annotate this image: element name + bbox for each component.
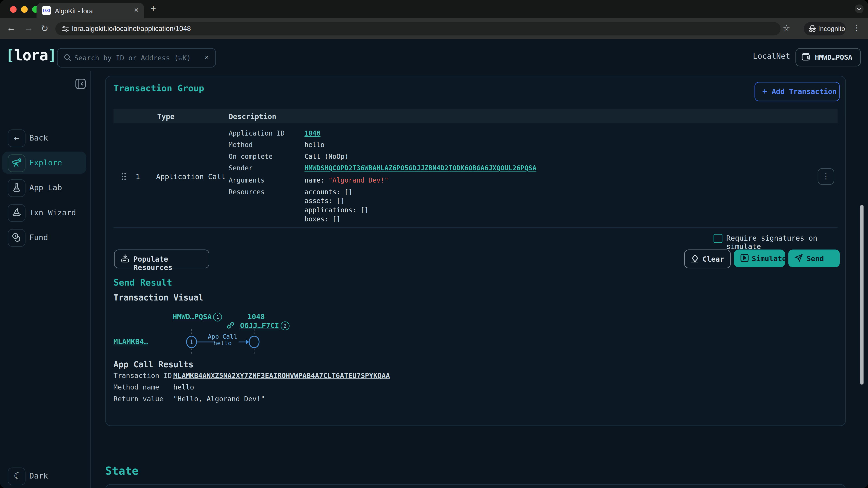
transaction-visual-title: Transaction Visual: [114, 293, 204, 303]
transaction-row[interactable]: 1 Application Call Application ID 1048 M…: [114, 123, 837, 228]
method-name-value: hello: [174, 383, 194, 391]
populate-resources-button[interactable]: Populate Resources: [114, 250, 209, 268]
incognito-badge: Incognito: [804, 22, 846, 35]
require-signatures-label: Require signatures on simulate: [726, 234, 840, 251]
sidebar-collapse-icon[interactable]: [75, 78, 86, 89]
telescope-icon: [11, 158, 22, 168]
sidebar-item-app-lab[interactable]: App Lab: [0, 179, 90, 201]
send-result-title: Send Result: [114, 277, 172, 288]
bookmark-star-icon[interactable]: ☆: [783, 23, 790, 33]
search-clear-icon[interactable]: ✕: [205, 53, 209, 61]
tab-title: AlgoKit - lora: [55, 7, 93, 15]
on-complete-label: On complete: [228, 153, 273, 160]
browser-titlebar: [ak] AlgoKit - lora ✕ +: [0, 0, 868, 18]
method-value: hello: [305, 141, 324, 149]
row-menu-button[interactable]: ⋮: [817, 168, 834, 185]
graph-sender-link[interactable]: HMWD…PQSA1: [173, 311, 222, 322]
resources-label: Resources: [228, 188, 265, 196]
wizard-hat-icon: [11, 207, 22, 217]
traffic-light-minimize[interactable]: [21, 6, 28, 13]
resources-applications: applications: []: [305, 206, 368, 214]
sender-link[interactable]: HMWDSHQCOPD2T36WBAHLAZ6PO5GDJJZBN4D2TODK…: [305, 164, 536, 172]
row-index: 1: [135, 173, 140, 181]
url-bar[interactable]: lora.algokit.io/localnet/application/104…: [55, 22, 780, 35]
incognito-icon: [808, 25, 817, 33]
back-icon[interactable]: ←: [6, 23, 16, 33]
method-name-label: Method name: [114, 383, 159, 391]
graph-edge-label: App Call hello: [200, 334, 245, 346]
wallet-icon: [802, 53, 811, 61]
require-signatures-checkbox[interactable]: [714, 234, 722, 243]
flask-icon: [11, 183, 22, 193]
return-value-label: Return value: [114, 394, 163, 403]
clear-button[interactable]: Clear: [684, 250, 731, 268]
resources-boxes: boxes: []: [305, 215, 340, 223]
send-button[interactable]: Send: [788, 250, 840, 267]
browser-menu-icon[interactable]: ⋮: [852, 23, 861, 33]
simulate-button[interactable]: Simulate: [734, 250, 785, 267]
application-id-link[interactable]: 1048: [305, 129, 320, 137]
app-call-results-title: App Call Results: [114, 360, 193, 369]
wallet-address: HMWD…PQSA: [815, 53, 852, 61]
transaction-group-card: Transaction Group + Add Transaction Type…: [105, 76, 846, 426]
sidebar-item-fund[interactable]: Fund: [0, 229, 90, 251]
add-transaction-button[interactable]: + Add Transaction: [754, 82, 840, 101]
site-favicon-icon: [ak]: [42, 6, 51, 15]
sender-label: Sender: [228, 164, 252, 172]
graph-txn-link[interactable]: MLAMKB4…: [114, 337, 148, 346]
state-tabbar: Global Box: [106, 485, 844, 488]
browser-tab[interactable]: [ak] AlgoKit - lora ✕: [37, 3, 144, 18]
search-icon: [64, 54, 71, 61]
graph-group-link[interactable]: O6JJ…F7CI2: [227, 320, 289, 330]
transaction-id-label: Transaction ID: [114, 371, 172, 380]
transaction-id-link[interactable]: MLAMKB4ANXZ5NA2XY7ZNF3EAIROHVWPAB4A7CLT6…: [174, 371, 390, 380]
traffic-light-close[interactable]: [10, 6, 17, 13]
new-tab-button[interactable]: +: [151, 3, 156, 14]
application-id-label: Application ID: [228, 129, 285, 137]
eraser-icon: [691, 254, 699, 263]
graph-node-number: 1: [190, 339, 193, 346]
sidebar: ← Back Explore App Lab: [0, 71, 91, 488]
resources-accounts: accounts: []: [305, 188, 352, 196]
browser-toolbar: ← → ↻ lora.algokit.io/localnet/applicati…: [0, 18, 868, 39]
state-title: State: [105, 464, 138, 478]
arrow-left-icon: ←: [14, 132, 20, 143]
wallet-button[interactable]: HMWD…PQSA: [796, 48, 861, 66]
reload-icon[interactable]: ↻: [41, 23, 49, 34]
link-icon: [227, 322, 235, 329]
forward-icon[interactable]: →: [24, 23, 33, 33]
url-text: lora.algokit.io/localnet/application/104…: [72, 25, 191, 33]
kebab-icon: ⋮: [822, 171, 830, 180]
lora-logo[interactable]: [lora]: [5, 46, 56, 64]
play-square-icon: [740, 254, 749, 262]
download-tray-icon: [121, 254, 129, 263]
moon-icon: ☾: [14, 470, 20, 482]
state-card: Global Box Key Type Value: [105, 484, 846, 488]
transaction-group-title: Transaction Group: [114, 83, 204, 94]
sidebar-item-dark[interactable]: ☾ Dark: [0, 467, 90, 488]
main-content: Transaction Group + Add Transaction Type…: [91, 71, 868, 488]
tab-search-icon[interactable]: [855, 4, 864, 13]
badge-2: 2: [281, 322, 289, 330]
search-input[interactable]: Search by ID or Address (⌘K) ✕: [57, 48, 216, 68]
incognito-label: Incognito: [818, 25, 845, 33]
site-settings-icon[interactable]: [61, 25, 69, 33]
resources-assets: assets: []: [305, 197, 344, 205]
method-label: Method: [228, 141, 252, 149]
sidebar-item-back[interactable]: ← Back: [0, 129, 90, 152]
tab-close-icon[interactable]: ✕: [134, 6, 139, 14]
send-plane-icon: [794, 254, 803, 262]
lora-app: [lora] Search by ID or Address (⌘K) ✕ Lo…: [0, 39, 868, 488]
drag-handle-icon[interactable]: [121, 173, 126, 180]
sidebar-item-explore[interactable]: Explore: [0, 154, 90, 176]
network-label[interactable]: LocalNet: [753, 52, 790, 60]
arguments-label: Arguments: [228, 176, 265, 184]
row-type: Application Call: [156, 173, 225, 181]
transaction-table-header: Type Description: [114, 109, 837, 123]
page-scrollbar[interactable]: [860, 205, 864, 385]
badge-1: 1: [213, 313, 222, 322]
return-value-text: "Hello, Algorand Dev!": [174, 394, 265, 403]
sidebar-item-txn-wizard[interactable]: Txn Wizard: [0, 204, 90, 226]
column-type: Type: [157, 112, 175, 121]
search-placeholder: Search by ID or Address (⌘K): [74, 54, 191, 62]
